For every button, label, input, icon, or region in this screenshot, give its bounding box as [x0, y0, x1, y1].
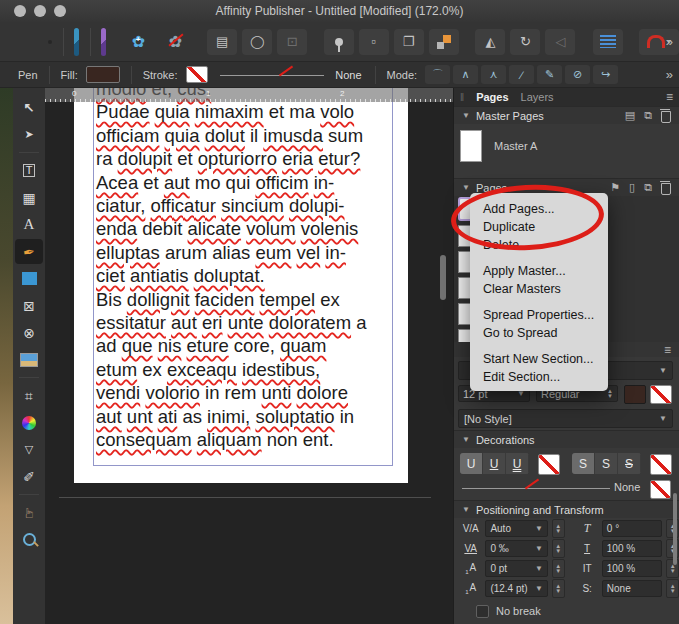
menu-item[interactable]: Go to Spread — [470, 324, 608, 342]
leading-override-field-stepper[interactable]: ▲▼ — [552, 579, 565, 598]
panel-menu-icon[interactable]: ≡ — [664, 343, 671, 357]
collapse-triangle-icon[interactable]: ▼ — [462, 183, 470, 192]
menu-item[interactable]: Clear Masters — [470, 280, 608, 298]
underline-none-button[interactable]: U — [460, 453, 483, 474]
document-canvas[interactable]: modio et, cus.Pudae quia nimaxim et ma v… — [45, 88, 453, 624]
duplicate-master-icon[interactable]: ⧉ — [644, 109, 652, 122]
canvas-scrollbar-thumb[interactable] — [440, 255, 446, 300]
picture-frame-ellipse-tool[interactable]: ⊗ — [15, 320, 43, 345]
baseline-field[interactable]: 0 pt▼ — [485, 560, 547, 577]
strike-single-button[interactable]: S — [595, 453, 618, 474]
panel-scrollbar-thumb[interactable] — [673, 493, 677, 565]
clip-to-canvas-button[interactable]: ◯ — [242, 29, 272, 55]
eyedropper-tool[interactable]: ✐ — [15, 464, 43, 489]
underline-single-button[interactable]: U — [483, 453, 506, 474]
collapse-triangle-icon[interactable]: ▼ — [462, 435, 470, 444]
polygon-mode-button[interactable]: ⋏ — [481, 65, 506, 84]
kerning-field[interactable]: Auto▼ — [485, 520, 547, 537]
duplicate-page-icon[interactable]: ⧉ — [644, 181, 652, 194]
baseline-field-stepper[interactable]: ▲▼ — [552, 559, 565, 578]
node-tool[interactable]: ➤ — [15, 122, 43, 147]
flip-vertical-button[interactable]: ◁ — [545, 29, 575, 55]
menu-item[interactable]: Start New Section... — [470, 350, 608, 368]
transparency-tool[interactable]: ▽ — [15, 437, 43, 462]
decoration-stroke-swatch[interactable] — [650, 480, 671, 499]
master-pages-header[interactable]: ▼ Master Pages ▤ ⧉ — [454, 106, 679, 124]
move-tool[interactable]: ↖ — [15, 95, 43, 120]
menu-item[interactable]: Apply Master... — [470, 262, 608, 280]
master-page-item[interactable]: Master A — [454, 124, 679, 168]
color-wheel-tool[interactable] — [15, 410, 43, 435]
pen-tool[interactable]: ✒ — [15, 239, 43, 264]
place-image-tool[interactable] — [15, 347, 43, 372]
picture-frame-rect-tool[interactable]: ⊠ — [15, 293, 43, 318]
document-page[interactable]: modio et, cus.Pudae quia nimaxim et ma v… — [74, 88, 408, 483]
language-field[interactable]: None — [602, 580, 663, 597]
toolbar-overflow-button[interactable]: » — [666, 34, 673, 49]
smart-mode-button[interactable]: ∧ — [453, 65, 478, 84]
arrange-button[interactable] — [429, 29, 459, 55]
panel-menu-icon[interactable]: ≡ — [666, 90, 673, 104]
pin-button[interactable] — [324, 29, 354, 55]
rectangle-tool[interactable] — [15, 266, 43, 291]
designer-persona-button[interactable] — [74, 28, 79, 56]
master-thumbnail[interactable] — [460, 130, 482, 162]
publisher-persona-button[interactable] — [48, 40, 52, 44]
menu-item[interactable]: Edit Section... — [470, 368, 608, 386]
add-anchor-button[interactable]: ✎ — [537, 65, 562, 84]
artistic-text-tool[interactable]: A — [15, 212, 43, 237]
add-persona-button[interactable]: ✿+ — [124, 28, 154, 56]
context-overflow-button[interactable]: » — [666, 67, 673, 82]
text-style-select[interactable]: [No Style] ▼ — [458, 409, 673, 428]
underline-double-button[interactable]: U — [506, 453, 529, 474]
crop-tool[interactable]: ⌗ — [15, 383, 43, 408]
vertical-scale-field[interactable]: 100 % — [602, 540, 663, 557]
flip-horizontal-button[interactable]: ◭ — [475, 29, 505, 55]
character-color-swatch[interactable] — [624, 385, 646, 404]
tracking-field-stepper[interactable]: ▲▼ — [552, 539, 565, 558]
delete-page-icon[interactable] — [661, 183, 671, 195]
disable-persona-button[interactable]: ✿ — [161, 28, 191, 56]
line-mode-button[interactable]: ∕ — [509, 65, 534, 84]
rotate-button[interactable]: ↻ — [510, 29, 540, 55]
collapse-triangle-icon[interactable]: ▼ — [462, 505, 470, 514]
add-page-icon[interactable]: ▯ — [629, 181, 635, 194]
transform-origin-button[interactable]: ⊘ — [565, 65, 590, 84]
pen-mode-button[interactable]: ⌒ — [425, 65, 450, 84]
strike-none-button[interactable]: S — [572, 453, 595, 474]
zoom-tool[interactable] — [15, 527, 43, 552]
decorations-header[interactable]: ▼ Decorations — [454, 430, 679, 448]
hand-tool[interactable]: ☞ — [15, 500, 43, 525]
horizontal-scale-field[interactable]: 100 % — [602, 560, 663, 577]
underline-color-swatch[interactable] — [538, 454, 560, 475]
guides-manager-button[interactable]: ⊡ — [277, 29, 307, 55]
leading-override-field[interactable]: (12.4 pt)▼ — [485, 580, 547, 597]
fill-swatch[interactable] — [86, 66, 120, 83]
photo-persona-button[interactable] — [101, 28, 106, 56]
tab-pages[interactable]: Pages — [476, 91, 508, 103]
no-break-checkbox[interactable] — [476, 605, 489, 618]
preview-mode-button[interactable]: ▤ — [207, 29, 237, 55]
frame-text-tool[interactable]: T — [15, 158, 43, 183]
table-tool[interactable]: ▦ — [15, 185, 43, 210]
collapse-triangle-icon[interactable]: ▼ — [462, 111, 470, 120]
language-field-stepper[interactable]: ▲▼ — [666, 579, 679, 598]
add-master-icon[interactable]: ▤ — [625, 109, 635, 122]
group-button[interactable]: ❐ — [394, 29, 424, 55]
text-frame[interactable]: modio et, cus.Pudae quia nimaxim et ma v… — [93, 88, 393, 466]
strike-line-button[interactable]: S — [618, 453, 641, 474]
kerning-field-stepper[interactable]: ▲▼ — [552, 519, 565, 538]
character-stroke-swatch[interactable] — [650, 385, 672, 404]
stroke-swatch[interactable] — [186, 66, 208, 83]
insertion-target-button[interactable]: ▫ — [359, 29, 389, 55]
shear-field[interactable]: 0 ° — [602, 520, 663, 537]
insert-pages-icon[interactable]: ⚑ — [610, 181, 620, 194]
strike-color-swatch[interactable] — [650, 454, 672, 475]
positioning-header[interactable]: ▼ Positioning and Transform — [454, 500, 679, 518]
tracking-field[interactable]: 0 ‰▼ — [485, 540, 547, 557]
stroke-width-control[interactable]: None — [216, 67, 364, 83]
delete-master-icon[interactable] — [661, 111, 671, 123]
convert-curve-button[interactable]: ↪ — [593, 65, 618, 84]
tab-layers[interactable]: Layers — [521, 91, 554, 103]
menu-item[interactable]: Spread Properties... — [470, 306, 608, 324]
